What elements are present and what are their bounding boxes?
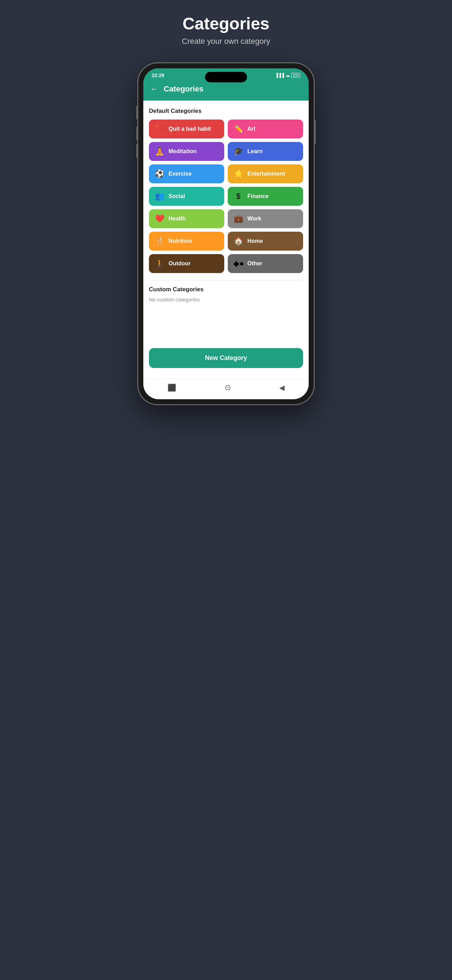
status-time: 22:29	[152, 73, 164, 78]
new-category-button[interactable]: New Category	[149, 348, 303, 368]
category-btn-finance[interactable]: $Finance	[228, 187, 303, 206]
phone-screen: 22:29 ▐▐▐ ☁ 100 ← Categories Default Cat…	[143, 68, 309, 399]
nav-back-icon[interactable]: ◀	[279, 383, 285, 392]
category-btn-quit-a-bad-habit[interactable]: 🚫Quit a bad habit	[149, 119, 224, 138]
page-subtitle: Create your own category	[182, 37, 270, 46]
category-icon: ✏️	[233, 124, 243, 134]
category-label: Social	[169, 193, 185, 199]
category-icon: 🏠	[233, 237, 243, 246]
no-custom-text: No custom categories	[149, 296, 303, 302]
category-icon: 🧘	[154, 147, 164, 156]
category-label: Health	[169, 216, 186, 222]
status-icons: ▐▐▐ ☁ 100	[275, 73, 300, 78]
category-icon: ◆●	[233, 259, 243, 268]
category-label: Art	[247, 126, 255, 132]
category-btn-nutrition[interactable]: 🍴Nutrition	[149, 232, 224, 251]
category-label: Other	[247, 261, 263, 267]
category-icon: 🍴	[154, 237, 164, 246]
bottom-nav: ⬛ ⊙ ◀	[143, 379, 309, 399]
category-btn-exercise[interactable]: ⚽Exercise	[149, 164, 224, 183]
default-categories-label: Default Categories	[149, 108, 303, 115]
category-label: Nutrition	[169, 238, 192, 244]
header-title: Categories	[164, 84, 204, 94]
dynamic-island	[205, 72, 247, 83]
content-area: Default Categories 🚫Quit a bad habit✏️Ar…	[143, 100, 309, 379]
nav-circle-icon[interactable]: ⊙	[224, 383, 231, 392]
divider	[149, 280, 303, 280]
category-icon: 🚫	[154, 124, 164, 134]
category-label: Outdoor	[169, 261, 191, 267]
page-title: Categories	[183, 14, 269, 33]
app-header: ← Categories	[143, 80, 309, 100]
category-btn-entertainment[interactable]: ⭐Entertainment	[228, 164, 303, 183]
category-btn-work[interactable]: 💼Work	[228, 209, 303, 228]
category-icon: 🚶	[154, 259, 164, 268]
category-btn-outdoor[interactable]: 🚶Outdoor	[149, 254, 224, 273]
category-label: Quit a bad habit	[169, 126, 211, 132]
back-button[interactable]: ←	[150, 84, 158, 94]
custom-categories-label: Custom Categories	[149, 286, 303, 293]
category-label: Work	[247, 216, 261, 222]
category-btn-other[interactable]: ◆●Other	[228, 254, 303, 273]
category-icon: 💼	[233, 214, 243, 223]
category-label: Home	[247, 238, 263, 244]
category-btn-art[interactable]: ✏️Art	[228, 119, 303, 138]
category-btn-home[interactable]: 🏠Home	[228, 232, 303, 251]
category-btn-social[interactable]: 👥Social	[149, 187, 224, 206]
category-label: Entertainment	[247, 171, 285, 177]
category-label: Exercise	[169, 171, 192, 177]
category-icon: ⚽	[154, 169, 164, 178]
category-icon: 👥	[154, 192, 164, 201]
category-btn-health[interactable]: ❤️Health	[149, 209, 224, 228]
category-icon: ❤️	[154, 214, 164, 223]
phone-frame: 22:29 ▐▐▐ ☁ 100 ← Categories Default Cat…	[138, 64, 314, 404]
category-icon: $	[233, 192, 243, 201]
categories-grid: 🚫Quit a bad habit✏️Art🧘Meditation🎓Learn⚽…	[149, 119, 303, 273]
category-icon: 🎓	[233, 147, 243, 156]
nav-square-icon[interactable]: ⬛	[167, 383, 176, 392]
category-label: Learn	[247, 148, 263, 154]
category-icon: ⭐	[233, 169, 243, 178]
status-bar: 22:29 ▐▐▐ ☁ 100	[143, 68, 309, 80]
category-label: Finance	[247, 193, 268, 199]
category-btn-meditation[interactable]: 🧘Meditation	[149, 142, 224, 161]
category-label: Meditation	[169, 148, 197, 154]
category-btn-learn[interactable]: 🎓Learn	[228, 142, 303, 161]
